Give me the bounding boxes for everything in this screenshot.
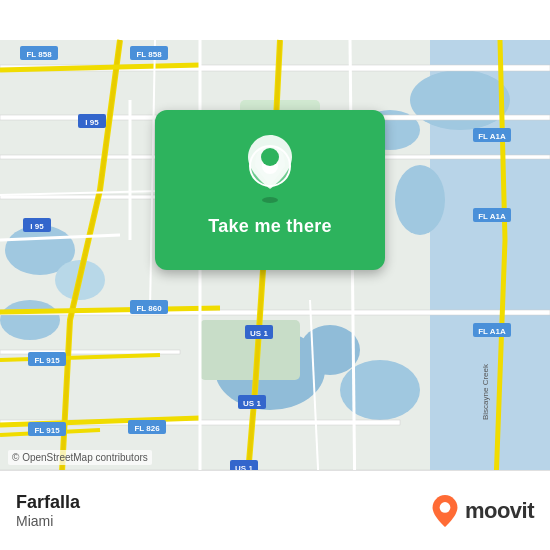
- svg-text:FL 860: FL 860: [136, 304, 162, 313]
- svg-point-61: [262, 197, 278, 203]
- svg-text:US 1: US 1: [243, 399, 261, 408]
- button-label: Take me there: [208, 216, 332, 237]
- svg-point-9: [300, 325, 360, 375]
- svg-text:FL A1A: FL A1A: [478, 212, 506, 221]
- location-pin-icon: [248, 135, 292, 189]
- location-name: Farfalla: [16, 492, 80, 513]
- svg-text:FL A1A: FL A1A: [478, 327, 506, 336]
- svg-text:US 1: US 1: [250, 329, 268, 338]
- svg-text:FL 826: FL 826: [134, 424, 160, 433]
- svg-text:FL 915: FL 915: [34, 356, 60, 365]
- svg-point-62: [261, 148, 279, 166]
- map-background: FL 858 FL 858 I 95 I 95 US 1 US 1 US 1 U…: [0, 0, 550, 550]
- copyright-text: © OpenStreetMap contributors: [8, 450, 152, 465]
- moovit-logo: moovit: [431, 495, 534, 527]
- svg-text:Biscayne Creek: Biscayne Creek: [481, 363, 490, 420]
- svg-point-7: [0, 300, 60, 340]
- svg-point-4: [395, 165, 445, 235]
- bottom-bar: Farfalla Miami moovit: [0, 470, 550, 550]
- moovit-pin-icon: [431, 495, 459, 527]
- take-me-there-button[interactable]: Take me there: [155, 110, 385, 270]
- moovit-text: moovit: [465, 498, 534, 524]
- map-container: FL 858 FL 858 I 95 I 95 US 1 US 1 US 1 U…: [0, 0, 550, 550]
- svg-point-3: [410, 70, 510, 130]
- svg-text:FL 858: FL 858: [136, 50, 162, 59]
- svg-text:FL A1A: FL A1A: [478, 132, 506, 141]
- svg-text:I 95: I 95: [85, 118, 99, 127]
- location-info: Farfalla Miami: [16, 492, 80, 529]
- svg-text:FL 858: FL 858: [26, 50, 52, 59]
- svg-text:I 95: I 95: [30, 222, 44, 231]
- svg-point-63: [440, 502, 451, 513]
- svg-text:FL 915: FL 915: [34, 426, 60, 435]
- location-city: Miami: [16, 513, 80, 529]
